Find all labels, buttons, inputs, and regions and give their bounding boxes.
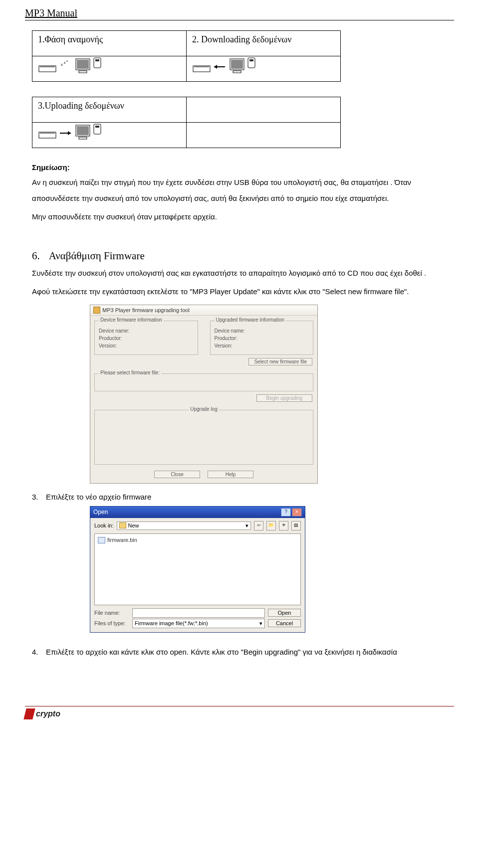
svg-marker-22 — [68, 131, 71, 135]
section-6-p1: Συνδέστε την συσκευή στον υπολογιστή σας… — [32, 265, 454, 281]
look-in-combo[interactable]: New ▾ — [117, 521, 251, 530]
header-divider — [25, 20, 454, 20]
chevron-down-icon: ▾ — [245, 522, 248, 529]
look-in-folder: New — [128, 522, 139, 528]
app-icon — [93, 307, 100, 314]
svg-rect-18 — [249, 59, 253, 61]
svg-text:z: z — [66, 59, 68, 63]
phase-downloading-title: 2. Downloading δεδομένων — [187, 31, 340, 46]
note-paragraph-2: Μην αποσυνδέετε την συσκευή όταν μεταφέρ… — [32, 209, 454, 225]
close-window-button[interactable]: × — [292, 508, 302, 517]
file-item-firmware[interactable]: firmware.bin — [98, 537, 297, 543]
svg-rect-25 — [79, 137, 87, 139]
phase-table-1: 1.Φάση αναμονής 2. Downloading δεδομένων… — [32, 30, 341, 82]
upgrade-log-groupbox: Upgrade log — [94, 410, 313, 465]
chevron-down-icon: ▾ — [259, 620, 262, 627]
open-dialog-titlebar: Open ? × — [90, 507, 305, 518]
cancel-button[interactable]: Cancel — [268, 619, 301, 627]
step-3-text: Επιλέξτε το νέο αρχείο firmware — [46, 493, 151, 501]
select-firmware-groupbox: Please select firmware file: — [94, 373, 313, 391]
file-list[interactable]: firmware.bin — [94, 533, 301, 605]
upgrade-log-legend: Upgrade log — [189, 406, 219, 412]
svg-text:z: z — [64, 60, 66, 65]
help-button[interactable]: Help — [208, 471, 253, 478]
phase-waiting-title: 1.Φάση αναμονής — [33, 31, 186, 46]
section-6-heading: 6.Αναβάθμιση Firmware — [32, 250, 454, 262]
productor-label-2: Productor: — [215, 336, 309, 341]
back-icon[interactable]: ⇦ — [254, 521, 263, 530]
svg-rect-7 — [79, 71, 87, 73]
device-sleep-icon: z z z — [38, 57, 108, 75]
device-download-icon — [192, 57, 262, 75]
brand-mark-icon — [23, 708, 35, 719]
brand-logo: crypto — [25, 708, 454, 719]
section-6-number: 6. — [32, 250, 40, 262]
upgraded-info-legend: Upgraded firmware information — [215, 317, 286, 323]
file-type-label: Files of type: — [94, 620, 129, 626]
device-upload-icon — [38, 123, 108, 141]
svg-rect-24 — [77, 126, 89, 135]
note-label: Σημείωση: — [32, 163, 454, 172]
firmware-tool-titlebar: MP3 Player firmware upgrading tool — [90, 305, 317, 316]
phase-uploading-title: 3.Uploading δεδομένων — [33, 98, 186, 112]
file-icon — [98, 537, 105, 543]
svg-text:z: z — [61, 62, 63, 67]
step-4-number: 4. — [32, 648, 46, 656]
step-4: 4.Επιλέξτε το αρχείο και κάντε κλικ στο … — [32, 648, 454, 656]
open-dialog-title: Open — [93, 509, 108, 516]
step-3-number: 3. — [32, 493, 46, 501]
file-item-name: firmware.bin — [107, 537, 137, 543]
device-name-label-2: Device name: — [215, 328, 309, 334]
select-new-firmware-button[interactable]: Select new firmware file — [248, 358, 312, 365]
file-name-label: File name: — [94, 610, 129, 616]
select-firmware-legend: Please select firmware file: — [99, 370, 161, 375]
step-3: 3.Επιλέξτε το νέο αρχείο firmware — [32, 493, 454, 501]
firmware-tool-title: MP3 Player firmware upgrading tool — [102, 307, 190, 313]
help-window-button[interactable]: ? — [281, 508, 291, 517]
open-button[interactable]: Open — [268, 609, 301, 617]
svg-rect-16 — [233, 71, 241, 73]
device-info-legend: Device firmware information — [99, 317, 164, 323]
device-name-label: Device name: — [99, 328, 194, 334]
version-label: Version: — [99, 343, 194, 348]
up-folder-icon[interactable]: 📁 — [266, 521, 276, 530]
version-label-2: Version: — [215, 343, 309, 348]
page-footer: crypto — [25, 706, 454, 719]
device-info-groupbox: Device firmware information Device name:… — [94, 321, 198, 355]
file-type-value: Firmware image file(*.fw;*.bin) — [135, 620, 208, 626]
svg-rect-9 — [95, 59, 99, 61]
file-type-combo[interactable]: Firmware image file(*.fw;*.bin) ▾ — [132, 619, 265, 628]
open-dialog: Open ? × Look in: New ▾ ⇦ 📁 ✳ ▤ firmware… — [90, 506, 305, 633]
svg-rect-6 — [77, 60, 89, 69]
svg-rect-15 — [231, 60, 243, 69]
look-in-label: Look in: — [94, 522, 114, 528]
close-button[interactable]: Close — [154, 471, 200, 478]
begin-upgrading-button[interactable]: Begin upgrading — [256, 394, 312, 402]
svg-marker-13 — [214, 65, 217, 69]
upgraded-info-groupbox: Upgraded firmware information Device nam… — [210, 321, 314, 355]
section-6-title: Αναβάθμιση Firmware — [49, 250, 145, 262]
brand-name: crypto — [36, 709, 60, 718]
new-folder-icon[interactable]: ✳ — [279, 521, 288, 530]
productor-label: Productor: — [99, 336, 194, 341]
phase-table-2: 3.Uploading δεδομένων — [32, 97, 341, 148]
section-6-p2: Αφού τελειώσετε την εγκατάσταση εκτελέστ… — [32, 284, 454, 300]
note-paragraph-1: Αν η συσκευή παίζει την στιγμή που την έ… — [32, 174, 454, 206]
views-icon[interactable]: ▤ — [291, 521, 301, 530]
svg-rect-27 — [95, 126, 99, 128]
file-name-field[interactable] — [132, 608, 265, 618]
step-4-text: Επιλέξτε το αρχείο και κάντε κλικ στο op… — [46, 648, 397, 656]
page-header-title: MP3 Manual — [25, 0, 454, 20]
firmware-tool-window: MP3 Player firmware upgrading tool Devic… — [90, 305, 318, 484]
folder-icon — [119, 522, 126, 528]
